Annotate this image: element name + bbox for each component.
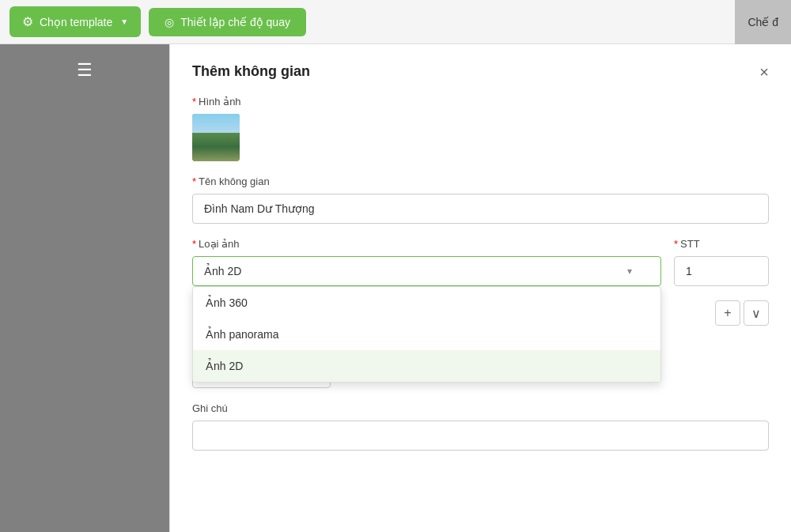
stt-label: * STT: [674, 238, 769, 250]
loai-anh-dropdown: Ảnh 360 Ảnh panorama Ảnh 2D: [192, 286, 661, 383]
che-do-button[interactable]: Chế đ: [735, 0, 791, 44]
ghi-chu-label: Ghi chú: [192, 402, 769, 414]
chon-template-label: Chọn template: [40, 16, 112, 28]
sidebar: ☰: [0, 44, 169, 532]
required-star-ten: *: [192, 175, 196, 187]
ghi-chu-section: Ghi chú: [192, 402, 769, 451]
thiet-lap-label: Thiết lập chế độ quay: [180, 16, 290, 28]
loai-anh-label: * Loại ảnh: [192, 238, 661, 250]
dialog: Thêm không gian × * Hình ảnh * Tên không…: [169, 44, 791, 532]
dropdown-item-2d[interactable]: Ảnh 2D: [193, 350, 660, 382]
ten-khong-gian-section: * Tên không gian: [192, 175, 769, 224]
required-star-hinh-anh: *: [192, 96, 196, 108]
dropdown-item-360[interactable]: Ảnh 360: [193, 287, 660, 319]
ten-khong-gian-label: * Tên không gian: [192, 175, 769, 187]
ghi-chu-input[interactable]: [192, 421, 769, 451]
required-star-stt: *: [674, 238, 678, 250]
che-do-label: Chế đ: [747, 16, 778, 28]
loai-anh-stt-row: * Loại ảnh Ảnh 2D ▾ Ảnh 360 Ảnh panor: [192, 238, 769, 286]
camera-icon: ◎: [165, 16, 174, 28]
sidebar-menu-icon[interactable]: ☰: [77, 60, 93, 81]
chevron-down-icon: ▾: [627, 266, 632, 277]
hotspot-actions: + ∨: [715, 300, 769, 326]
loai-anh-select-wrapper: Ảnh 2D ▾ Ảnh 360 Ảnh panorama Ảnh 2D: [192, 256, 661, 286]
hinh-anh-label: * Hình ảnh: [192, 96, 769, 108]
loai-anh-select[interactable]: Ảnh 2D ▾: [192, 256, 661, 286]
dropdown-item-panorama[interactable]: Ảnh panorama: [193, 319, 660, 350]
required-star-loai: *: [192, 238, 196, 250]
gear-icon: ⚙: [22, 14, 33, 29]
close-button[interactable]: ×: [759, 64, 769, 80]
ten-khong-gian-input[interactable]: [192, 194, 769, 224]
add-hotspot-button[interactable]: +: [715, 300, 740, 326]
dialog-header: Thêm không gian ×: [192, 63, 769, 80]
thiet-lap-button[interactable]: ◎ Thiết lập chế độ quay: [149, 8, 306, 36]
loai-anh-selected-value: Ảnh 2D: [204, 265, 241, 277]
dialog-title: Thêm không gian: [192, 63, 310, 80]
loai-anh-section: * Loại ảnh Ảnh 2D ▾ Ảnh 360 Ảnh panor: [192, 238, 661, 286]
image-preview[interactable]: [192, 114, 240, 161]
hinh-anh-section: * Hình ảnh: [192, 96, 769, 161]
chon-template-button[interactable]: ⚙ Chọn template ▼: [9, 6, 141, 37]
main-area: ☰ Thêm không gian × * Hình ảnh * Tên khô…: [0, 44, 791, 532]
header: ⚙ Chọn template ▼ ◎ Thiết lập chế độ qua…: [0, 0, 791, 44]
stt-input[interactable]: [674, 256, 769, 286]
expand-hotspot-button[interactable]: ∨: [744, 300, 769, 326]
stt-section: * STT: [674, 238, 769, 286]
chevron-down-icon: ▼: [120, 17, 128, 26]
image-preview-inner: [192, 114, 240, 161]
